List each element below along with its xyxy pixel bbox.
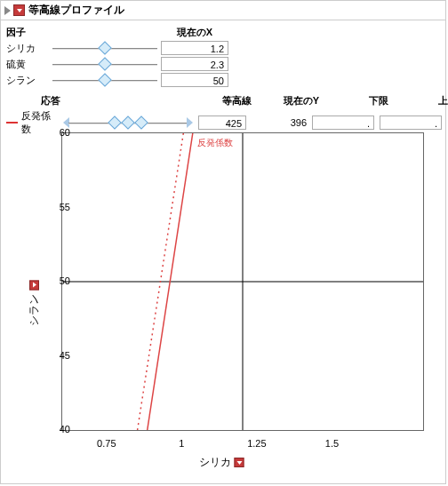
response-header-row: 応答 等高線 現在のY 下限 上限: [6, 93, 440, 108]
y-axis-menu-icon[interactable]: [29, 281, 39, 291]
slider-thumb-icon[interactable]: [98, 57, 112, 71]
factor-slider-silica[interactable]: [52, 42, 157, 54]
slider-thumb-icon[interactable]: [121, 116, 135, 130]
slider-thumb-icon[interactable]: [98, 73, 112, 87]
hi-value[interactable]: .: [380, 116, 442, 130]
currentx-header: 現在のX: [161, 26, 228, 39]
currenty-value: 396: [252, 117, 307, 128]
x-tick-label: 0.75: [97, 438, 116, 449]
factor-slider-silane[interactable]: [52, 74, 157, 86]
y-tick-label: 40: [52, 424, 70, 434]
panel-menu-icon[interactable]: [13, 4, 25, 16]
contour-profiler-panel: 等高線プロファイル 因子 現在のX シリカ 1.2 硫黄 2.3 シラン: [0, 0, 446, 484]
factors-header: 因子: [6, 26, 49, 39]
contour-annotation: 反発係数: [197, 138, 233, 147]
response-header: 応答: [6, 94, 95, 108]
y-tick-label: 45: [52, 350, 70, 361]
lo-header: 下限: [324, 94, 388, 108]
y-tick-label: 60: [52, 127, 70, 138]
panel-title: 等高線プロファイル: [28, 3, 124, 18]
response-row: 反発係数 425 396 . .: [6, 109, 440, 125]
factor-value-silane[interactable]: 50: [161, 73, 228, 87]
y-tick-label: 55: [52, 202, 70, 212]
factors-grid: 因子 現在のX シリカ 1.2 硫黄 2.3 シラン 50: [6, 24, 440, 88]
y-axis-label-group: シラン: [27, 277, 42, 326]
currenty-header: 現在のY: [257, 94, 319, 108]
y-tick-label: 50: [52, 275, 70, 286]
contour-value[interactable]: 425: [198, 116, 246, 130]
hi-header: 上限: [394, 94, 448, 108]
response-range-slider[interactable]: [63, 116, 193, 129]
contour-plot[interactable]: 反発係数: [61, 132, 424, 431]
x-tick-label: 1.5: [325, 438, 339, 449]
contour-chart-area: 反発係数 60 55 50 45 40 0.75 1 1.25 1.5 シラン …: [10, 132, 436, 470]
factor-label: シリカ: [6, 42, 49, 55]
contour-header: 等高線: [195, 94, 252, 108]
contour-svg: 反発係数: [62, 133, 423, 430]
panel-titlebar: 等高線プロファイル: [1, 1, 445, 20]
factor-label: 硫黄: [6, 58, 49, 71]
lo-value[interactable]: .: [312, 116, 374, 130]
factor-slider-sulfur[interactable]: [52, 58, 157, 70]
slider-thumb-icon[interactable]: [134, 116, 148, 130]
disclosure-triangle-icon[interactable]: [4, 6, 11, 15]
factor-label: シラン: [6, 74, 49, 87]
y-axis-label: シラン: [27, 294, 42, 326]
x-axis-label-group: シリカ: [199, 455, 248, 470]
x-axis-label: シリカ: [199, 455, 231, 470]
slider-thumb-icon[interactable]: [108, 116, 123, 130]
factor-value-sulfur[interactable]: 2.3: [161, 57, 228, 71]
slider-thumb-icon[interactable]: [98, 41, 112, 55]
factor-value-silica[interactable]: 1.2: [161, 41, 228, 55]
x-tick-label: 1.25: [247, 438, 266, 449]
arrow-right-icon[interactable]: [187, 117, 193, 128]
x-axis-menu-icon[interactable]: [235, 458, 244, 467]
x-tick-label: 1: [179, 438, 184, 449]
